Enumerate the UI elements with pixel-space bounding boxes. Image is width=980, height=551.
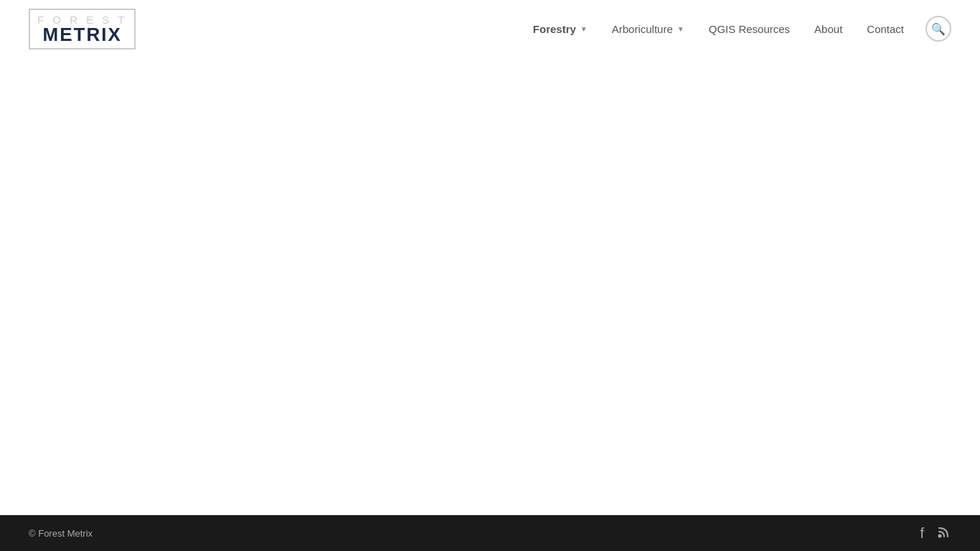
chevron-down-icon: ▼	[580, 25, 588, 33]
rss-svg	[937, 524, 951, 539]
site-header: F o r e s t METRIX Forestry ▼ Arboricult…	[0, 0, 980, 57]
svg-point-0	[938, 534, 942, 537]
nav-item-about[interactable]: About	[806, 17, 851, 41]
copyright-text: © Forest Metrix	[29, 528, 93, 539]
nav-item-forestry[interactable]: Forestry ▼	[524, 17, 596, 41]
nav-item-arboriculture[interactable]: Arboriculture ▼	[603, 17, 693, 41]
main-content	[0, 57, 980, 515]
chevron-down-icon: ▼	[677, 25, 684, 33]
footer-bar: © Forest Metrix f	[0, 515, 980, 551]
search-icon: 🔍	[931, 22, 946, 36]
social-icons: f	[920, 524, 951, 542]
nav-item-contact[interactable]: Contact	[858, 17, 913, 41]
nav-item-qgis-resources[interactable]: QGIS Resources	[700, 17, 798, 41]
facebook-icon[interactable]: f	[920, 525, 924, 542]
logo[interactable]: F o r e s t METRIX	[29, 9, 136, 50]
rss-icon[interactable]	[937, 524, 951, 542]
main-nav: Forestry ▼ Arboriculture ▼ QGIS Resource…	[524, 16, 951, 42]
search-button[interactable]: 🔍	[925, 16, 951, 42]
logo-metrix-text: METRIX	[43, 25, 122, 44]
logo-box: F o r e s t METRIX	[29, 9, 136, 50]
